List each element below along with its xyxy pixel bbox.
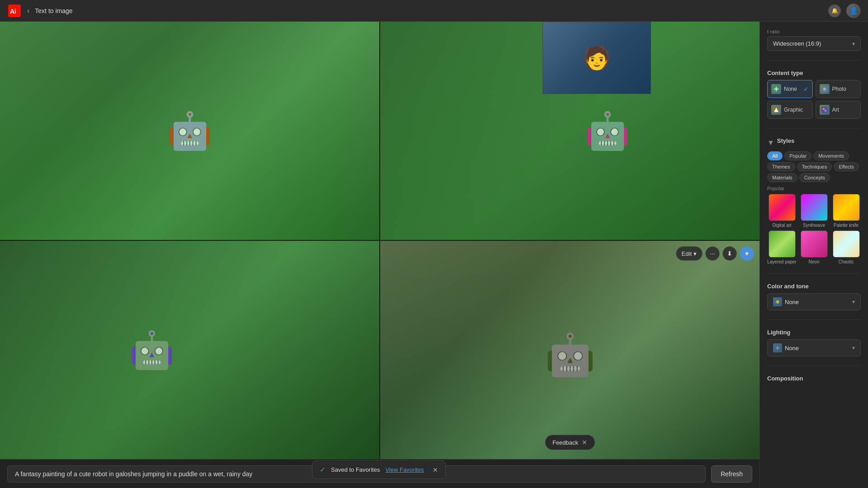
style-thumb-palette-knife [833, 194, 860, 221]
composition-title: Composition [767, 375, 861, 382]
lighting-icon [773, 343, 782, 352]
page-title: Text to image [35, 7, 72, 14]
feedback-toast: Feedback ✕ [545, 435, 595, 450]
none-icon [771, 84, 781, 94]
lighting-inner: None [773, 343, 852, 352]
selected-check-icon: ✓ [803, 85, 809, 93]
style-grid: Digital art Synthwave Palette knife Laye… [767, 194, 861, 264]
style-item-palette-knife[interactable]: Palette knife [831, 194, 861, 228]
color-tone-select[interactable]: None ▾ [767, 293, 861, 310]
color-tone-icon [773, 297, 782, 306]
divider-4 [767, 319, 861, 320]
style-tag-popular[interactable]: Popular [784, 151, 811, 160]
composition-section: Composition [767, 375, 861, 385]
aspect-ratio-label: t ratio [767, 29, 861, 34]
favorite-button[interactable]: ♥ [740, 246, 754, 261]
content-type-art[interactable]: Art [816, 101, 861, 119]
style-name-digital-art: Digital art [772, 223, 791, 228]
topbar-right: 🔔 👤 [828, 4, 861, 18]
refresh-label: Refresh [721, 470, 743, 478]
art-icon [820, 105, 830, 115]
photo-icon [820, 84, 830, 94]
aspect-ratio-select[interactable]: Widescreen (16:9) ▾ [767, 36, 861, 51]
saved-to-favorites-bar: ✓ Saved to Favorites View Favorites ✕ [312, 460, 446, 479]
style-tag-materials[interactable]: Materials [767, 173, 797, 182]
color-tone-title: Color and tone [767, 283, 861, 290]
webcam-feed: 🧑 [543, 22, 651, 94]
back-button[interactable]: ‹ [27, 7, 29, 15]
color-tone-inner: None [773, 297, 852, 306]
refresh-button[interactable]: Refresh [711, 465, 752, 483]
feedback-close-button[interactable]: ✕ [582, 439, 587, 446]
color-tone-chevron: ▾ [852, 299, 855, 305]
svg-point-4 [823, 88, 826, 90]
style-item-layered-paper[interactable]: Layered paper [767, 230, 797, 264]
styles-section: ▼ Styles All Popular Movements Themes Te… [767, 137, 861, 264]
color-tone-section: Color and tone None ▾ [767, 283, 861, 310]
lighting-title: Lighting [767, 329, 861, 336]
adobe-logo: Ai [7, 4, 22, 18]
heart-icon: ♥ [745, 250, 749, 257]
aspect-ratio-value: Widescreen (16:9) [773, 40, 821, 47]
image-cell-4[interactable]: Edit ▾ ··· ⬇ ♥ Feedback ✕ [380, 241, 760, 459]
style-tag-effects[interactable]: Effects [834, 162, 859, 171]
content-type-none[interactable]: None ✓ [767, 80, 813, 98]
divider-5 [767, 366, 861, 366]
svg-point-9 [825, 110, 826, 112]
edit-button[interactable]: Edit ▾ [676, 246, 703, 261]
download-icon: ⬇ [727, 250, 732, 257]
divider-1 [767, 60, 861, 61]
style-tag-concepts[interactable]: Concepts [799, 173, 830, 182]
more-options-button[interactable]: ··· [705, 246, 720, 261]
style-item-synthwave[interactable]: Synthwave [799, 194, 829, 228]
style-thumb-neon [801, 230, 828, 258]
styles-collapse-icon[interactable]: ▼ [767, 139, 774, 147]
image-toolbar: Edit ▾ ··· ⬇ ♥ [676, 246, 754, 261]
style-name-neon: Neon [809, 259, 820, 264]
style-name-synthwave: Synthwave [803, 223, 825, 228]
image-cell-1[interactable] [0, 22, 379, 240]
notification-icon[interactable]: 🔔 [828, 5, 841, 17]
avatar[interactable]: 👤 [846, 4, 861, 18]
content-type-grid: None ✓ Photo Graphic [767, 80, 861, 119]
content-type-section: Content type None ✓ Photo [767, 70, 861, 119]
edit-label: Edit [682, 250, 692, 257]
style-name-palette-knife: Palette knife [834, 223, 859, 228]
chevron-icon: ▾ [693, 250, 697, 257]
divider-3 [767, 273, 861, 274]
saved-close-button[interactable]: ✕ [433, 466, 438, 474]
download-button[interactable]: ⬇ [722, 246, 737, 261]
style-name-chaotic: Chaotic [839, 259, 854, 264]
lighting-select[interactable]: None ▾ [767, 339, 861, 357]
feedback-label: Feedback [552, 439, 578, 446]
more-icon: ··· [710, 250, 715, 257]
divider-2 [767, 128, 861, 128]
style-tag-movements[interactable]: Movements [813, 151, 849, 160]
webcam-preview: 🧑 [542, 22, 651, 94]
style-thumb-digital-art [769, 194, 796, 221]
popular-label: Popular [767, 186, 861, 191]
style-tag-themes[interactable]: Themes [767, 162, 795, 171]
style-tag-techniques[interactable]: Techniques [797, 162, 832, 171]
color-tone-value: None [785, 299, 799, 305]
style-name-layered-paper: Layered paper [767, 259, 797, 264]
style-item-digital-art[interactable]: Digital art [767, 194, 797, 228]
style-thumb-layered-paper [769, 230, 796, 258]
content-type-graphic-label: Graphic [784, 107, 803, 113]
style-thumb-chaotic [833, 230, 860, 258]
svg-point-8 [823, 108, 825, 110]
graphic-icon [771, 105, 781, 115]
style-tag-all[interactable]: All [767, 151, 783, 160]
image-cell-3[interactable] [0, 241, 379, 459]
lighting-value: None [785, 345, 799, 352]
style-item-chaotic[interactable]: Chaotic [831, 230, 861, 264]
check-icon: ✓ [320, 465, 326, 474]
view-favorites-link[interactable]: View Favorites [385, 466, 424, 473]
styles-header: ▼ Styles [767, 137, 861, 148]
content-type-graphic[interactable]: Graphic [767, 101, 813, 119]
content-type-photo-label: Photo [832, 86, 846, 92]
content-type-photo[interactable]: Photo [816, 80, 861, 98]
lighting-section: Lighting None ▾ [767, 329, 861, 357]
lighting-chevron: ▾ [852, 345, 855, 351]
style-item-neon[interactable]: Neon [799, 230, 829, 264]
